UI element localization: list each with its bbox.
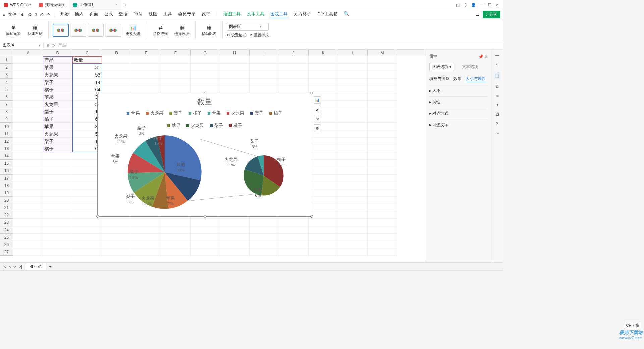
tab-workbook[interactable]: 工作簿1•	[69, 0, 121, 10]
cell[interactable]	[13, 197, 43, 204]
cell[interactable]	[161, 71, 191, 79]
cell[interactable]	[338, 189, 368, 197]
cell[interactable]	[368, 197, 397, 204]
cell[interactable]	[161, 248, 191, 256]
col-header[interactable]: D	[102, 50, 131, 56]
col-header[interactable]: A	[13, 50, 43, 56]
cell[interactable]	[338, 241, 368, 248]
cell[interactable]	[368, 145, 397, 152]
row-header[interactable]: 16	[0, 167, 13, 174]
cell[interactable]	[43, 167, 72, 174]
legend-item[interactable]: 梨子	[169, 110, 182, 116]
cell[interactable]	[338, 167, 368, 174]
cell[interactable]	[368, 56, 397, 64]
cell[interactable]	[309, 219, 338, 226]
legend-item[interactable]: 梨子	[210, 122, 223, 129]
cell[interactable]	[338, 71, 368, 79]
col-header[interactable]: M	[368, 50, 397, 56]
cell[interactable]	[338, 152, 368, 160]
chart-style-3[interactable]	[88, 24, 104, 37]
cell[interactable]	[220, 64, 250, 71]
collapse-icon[interactable]: —	[495, 53, 499, 58]
chart-style-1[interactable]	[53, 24, 69, 37]
row-header[interactable]: 8	[0, 108, 13, 115]
row-header[interactable]: 22	[0, 211, 13, 219]
legend-item[interactable]: 橘子	[269, 110, 282, 116]
cell[interactable]	[72, 248, 102, 256]
row-header[interactable]: 17	[0, 174, 13, 182]
text-options-tab[interactable]: 文本选项	[462, 64, 478, 69]
col-header[interactable]: J	[279, 50, 309, 56]
select-data-button[interactable]: ▦选择数据	[172, 24, 191, 36]
row-header[interactable]: 25	[0, 234, 13, 241]
col-header[interactable]: H	[220, 50, 250, 56]
cell[interactable]	[13, 248, 43, 256]
save-icon[interactable]: 🖫	[20, 12, 24, 17]
cell[interactable]	[368, 64, 397, 71]
cell[interactable]	[220, 86, 250, 93]
cell[interactable]	[368, 93, 397, 101]
cube-icon[interactable]: ⬡	[464, 3, 467, 7]
avatar-icon[interactable]: 👤	[471, 3, 476, 7]
add-element-button[interactable]: ⊕添加元素	[4, 24, 23, 36]
cell[interactable]	[309, 174, 338, 182]
cell[interactable]: 火龙果	[43, 101, 72, 108]
cell[interactable]	[220, 248, 250, 256]
cell[interactable]: 橘子	[43, 145, 72, 152]
name-box[interactable]: 图表 4▾	[0, 42, 44, 48]
cell[interactable]	[13, 219, 43, 226]
cell[interactable]: 数量	[72, 56, 102, 64]
cell[interactable]	[309, 226, 338, 234]
cell[interactable]	[161, 64, 191, 71]
more-icon[interactable]: ⋯	[495, 131, 499, 136]
cell[interactable]	[191, 248, 220, 256]
cell[interactable]	[131, 79, 161, 86]
cell[interactable]	[309, 248, 338, 256]
section-size[interactable]: ▸ 大小	[429, 85, 488, 96]
legend-item[interactable]: 火龙果	[146, 110, 163, 116]
cell[interactable]	[279, 248, 309, 256]
cell[interactable]	[13, 123, 43, 130]
row-header[interactable]: 10	[0, 123, 13, 130]
link-icon[interactable]: ⧉	[496, 84, 499, 89]
row-header[interactable]: 26	[0, 241, 13, 248]
cell[interactable]	[309, 115, 338, 123]
cell[interactable]	[43, 204, 72, 211]
section-alt-text[interactable]: ▸ 可选文字	[429, 119, 488, 131]
cell[interactable]	[13, 204, 43, 211]
cell[interactable]: 火龙果	[43, 71, 72, 79]
cell[interactable]	[102, 226, 131, 234]
menu-review[interactable]: 审阅	[134, 11, 143, 18]
cell[interactable]	[161, 241, 191, 248]
cell[interactable]	[43, 248, 72, 256]
cell[interactable]	[338, 138, 368, 145]
cell[interactable]	[13, 138, 43, 145]
reset-style-button[interactable]: ↺ 重置样式	[250, 33, 269, 38]
new-tab-button[interactable]: +	[121, 3, 130, 7]
cell[interactable]	[309, 197, 338, 204]
formula-content[interactable]: 产品	[58, 42, 66, 48]
cell[interactable]	[43, 226, 72, 234]
cell[interactable]	[43, 234, 72, 241]
menu-chart-tools[interactable]: 图表工具	[270, 11, 288, 18]
cell[interactable]: 苹果	[43, 123, 72, 130]
menu-text-tools[interactable]: 文本工具	[247, 11, 264, 18]
cell[interactable]	[13, 167, 43, 174]
cell[interactable]	[220, 226, 250, 234]
cell[interactable]	[338, 130, 368, 138]
cell[interactable]	[338, 145, 368, 152]
cell[interactable]	[368, 226, 397, 234]
shapes-icon[interactable]: ✦	[496, 103, 499, 107]
cell[interactable]	[368, 174, 397, 182]
cell[interactable]	[250, 71, 279, 79]
handle-s[interactable]	[204, 215, 206, 218]
cell[interactable]	[13, 226, 43, 234]
row-header[interactable]: 23	[0, 219, 13, 226]
cell[interactable]	[279, 56, 309, 64]
cell[interactable]	[13, 182, 43, 189]
share-button[interactable]: ⤴ 分享	[483, 11, 500, 18]
close-panel-icon[interactable]: ✕	[484, 54, 488, 59]
cell[interactable]	[13, 101, 43, 108]
legend-item[interactable]: 橘子	[229, 122, 242, 129]
section-props[interactable]: ▸ 属性	[429, 96, 488, 108]
